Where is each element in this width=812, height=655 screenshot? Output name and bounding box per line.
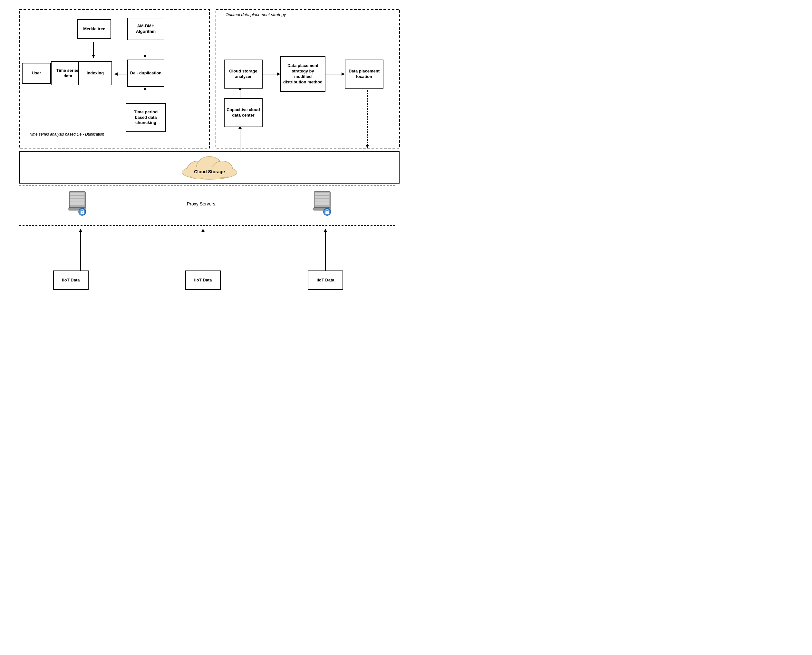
de-duplication-box: De - duplication — [127, 60, 164, 87]
data-placement-strategy-box: Data placement strategy by modified dist… — [280, 56, 325, 92]
svg-text:Cloud Storage: Cloud Storage — [194, 169, 225, 174]
iiot-data-2-box: IIoT Data — [185, 271, 221, 290]
de-duplication-label: Time series analysis based De - Duplicat… — [29, 132, 104, 137]
svg-marker-5 — [143, 55, 146, 58]
proxy-servers-label: Proxy Servers — [187, 201, 215, 206]
cloud-storage-analyzer-box: Cloud storage analyzer — [224, 60, 263, 89]
svg-marker-21 — [366, 145, 369, 148]
cloud-svg: Cloud Storage — [177, 155, 242, 180]
iiot-data-3-box: IIoT Data — [308, 271, 343, 290]
svg-rect-48 — [70, 196, 85, 198]
svg-marker-29 — [79, 229, 82, 232]
merkle-tree-box: Merkle tree — [77, 19, 111, 38]
svg-marker-13 — [143, 87, 146, 90]
optimal-label: Optimal data placement strategy — [226, 12, 286, 17]
svg-rect-57 — [315, 196, 329, 198]
cloud-storage-rect: Cloud Storage — [19, 151, 399, 183]
svg-rect-58 — [315, 199, 329, 201]
svg-marker-31 — [201, 229, 205, 232]
time-period-box: Time period based data chuncking — [126, 103, 166, 132]
svg-rect-50 — [70, 202, 85, 205]
svg-rect-63 — [327, 212, 327, 213]
indexing-box: Indexing — [78, 61, 112, 85]
svg-rect-47 — [70, 192, 85, 195]
svg-rect-49 — [70, 199, 85, 201]
am-bmh-box: AM-BMH Algorithm — [127, 18, 164, 40]
svg-rect-56 — [315, 192, 329, 195]
svg-marker-7 — [114, 72, 118, 76]
iiot-data-1-box: IIoT Data — [53, 271, 89, 290]
user-box: User — [22, 63, 51, 84]
server-icon-2 — [311, 190, 333, 216]
svg-marker-3 — [92, 55, 95, 58]
svg-marker-15 — [277, 72, 280, 76]
diagram: Optimal data placement strategy Time ser… — [0, 0, 406, 328]
svg-marker-33 — [324, 229, 327, 232]
server-icon-1 — [66, 190, 89, 216]
svg-rect-59 — [315, 202, 329, 205]
svg-rect-54 — [82, 212, 83, 213]
svg-marker-17 — [342, 72, 345, 76]
capacitive-cloud-box: Capacitive cloud data center — [224, 98, 263, 127]
data-placement-location-box: Data placement location — [345, 60, 384, 89]
